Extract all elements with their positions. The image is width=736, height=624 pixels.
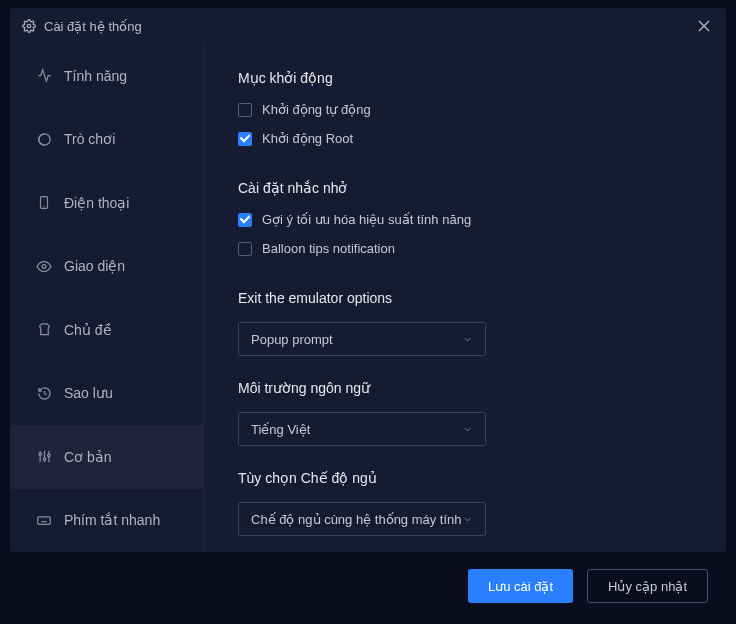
sidebar-item-label: Sao lưu: [64, 385, 113, 401]
sliders-icon: [36, 449, 52, 465]
sidebar-item-display[interactable]: Giao diện: [10, 235, 203, 299]
title-left: Cài đặt hệ thống: [22, 19, 142, 34]
select-sleep[interactable]: Chế độ ngủ cùng hệ thống máy tính: [238, 502, 486, 536]
svg-line-8: [44, 393, 46, 394]
sidebar-item-label: Điện thoại: [64, 195, 129, 211]
chevron-down-icon: [462, 514, 473, 525]
chevron-down-icon: [462, 334, 473, 345]
content: Mục khởi động Khởi động tự động Khởi độn…: [204, 44, 726, 552]
shirt-icon: [36, 322, 52, 338]
sidebar-item-label: Chủ đề: [64, 322, 112, 338]
checkbox-label: Gợi ý tối ưu hóa hiệu suất tính năng: [262, 212, 471, 227]
save-button[interactable]: Lưu cài đặt: [468, 569, 573, 603]
section-reminder-title: Cài đặt nhắc nhở: [238, 180, 692, 196]
history-icon: [36, 385, 52, 401]
section-startup-title: Mục khởi động: [238, 70, 692, 86]
sidebar-item-basic[interactable]: Cơ bản: [10, 425, 203, 489]
cancel-button[interactable]: Hủy cập nhật: [587, 569, 708, 603]
chevron-down-icon: [462, 424, 473, 435]
window-title: Cài đặt hệ thống: [44, 19, 142, 34]
section-lang-title: Môi trường ngôn ngữ: [238, 380, 692, 396]
sidebar-item-label: Tính năng: [64, 68, 127, 84]
sidebar-item-phone[interactable]: Điện thoại: [10, 171, 203, 235]
checkbox-label: Khởi động Root: [262, 131, 353, 146]
select-value: Tiếng Việt: [251, 422, 310, 437]
sidebar: Tính năng Trò chơi Điện thoại Giao diện …: [10, 44, 204, 552]
checkbox-perf-tip[interactable]: Gợi ý tối ưu hóa hiệu suất tính năng: [238, 212, 692, 227]
sidebar-item-game[interactable]: Trò chơi: [10, 108, 203, 172]
footer: Lưu cài đặt Hủy cập nhật: [10, 560, 726, 612]
sidebar-item-backup[interactable]: Sao lưu: [10, 362, 203, 426]
keyboard-icon: [36, 512, 52, 528]
eye-icon: [36, 258, 52, 274]
checkbox-balloon[interactable]: Balloon tips notification: [238, 241, 692, 256]
sidebar-item-theme[interactable]: Chủ đề: [10, 298, 203, 362]
select-value: Popup prompt: [251, 332, 333, 347]
select-exit[interactable]: Popup prompt: [238, 322, 486, 356]
checkbox-icon: [238, 103, 252, 117]
svg-point-12: [38, 453, 41, 456]
close-button[interactable]: [694, 16, 714, 36]
svg-point-0: [27, 24, 31, 28]
checkbox-label: Khởi động tự động: [262, 102, 371, 117]
checkbox-root-start[interactable]: Khởi động Root: [238, 131, 692, 146]
phone-icon: [36, 195, 52, 211]
game-icon: [36, 131, 52, 147]
sidebar-item-label: Phím tắt nhanh: [64, 512, 160, 528]
checkbox-icon: [238, 132, 252, 146]
section-exit-title: Exit the emulator options: [238, 290, 692, 306]
svg-point-14: [47, 454, 50, 457]
section-sleep-title: Tùy chọn Chế độ ngủ: [238, 470, 692, 486]
checkbox-label: Balloon tips notification: [262, 241, 395, 256]
body: Tính năng Trò chơi Điện thoại Giao diện …: [10, 44, 726, 552]
sidebar-item-shortcuts[interactable]: Phím tắt nhanh: [10, 489, 203, 553]
svg-point-13: [43, 458, 46, 461]
sidebar-item-label: Giao diện: [64, 258, 125, 274]
svg-point-6: [42, 264, 46, 268]
svg-rect-15: [38, 517, 51, 525]
checkbox-icon: [238, 242, 252, 256]
checkbox-auto-start[interactable]: Khởi động tự động: [238, 102, 692, 117]
sidebar-item-label: Trò chơi: [64, 131, 115, 147]
gear-icon: [22, 19, 36, 33]
checkbox-icon: [238, 213, 252, 227]
sidebar-item-label: Cơ bản: [64, 449, 112, 465]
sidebar-item-features[interactable]: Tính năng: [10, 44, 203, 108]
select-value: Chế độ ngủ cùng hệ thống máy tính: [251, 512, 462, 527]
titlebar: Cài đặt hệ thống: [10, 8, 726, 44]
settings-window: Cài đặt hệ thống Tính năng Trò chơi Điện…: [10, 8, 726, 552]
activity-icon: [36, 68, 52, 84]
select-language[interactable]: Tiếng Việt: [238, 412, 486, 446]
